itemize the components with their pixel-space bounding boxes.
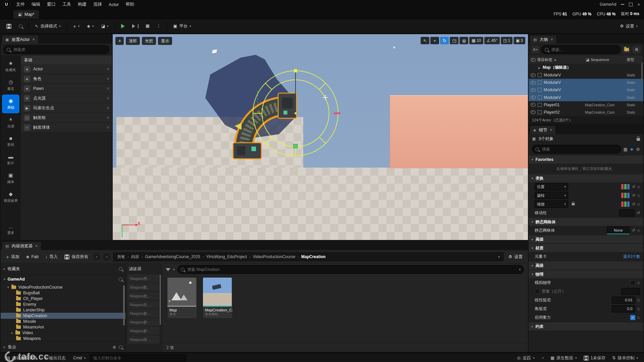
breadcrumb-item[interactable]: 内容 bbox=[131, 254, 139, 260]
tab-outliner[interactable]: ▤ 大纲 × bbox=[530, 36, 556, 44]
category-favorites[interactable]: ★收藏夹 bbox=[2, 57, 19, 76]
gizmo-top-handle[interactable] bbox=[294, 69, 297, 72]
filter-item[interactable]: Niagara参... bbox=[127, 309, 160, 317]
outliner-row[interactable]: Player01MapCreation_CamStatic bbox=[529, 101, 643, 109]
eye-icon[interactable] bbox=[531, 88, 536, 92]
breadcrumb[interactable]: 所有 › 内容 › GameAdvertisingCourse_2025 › Y… bbox=[113, 252, 504, 261]
tree-item-bugsball[interactable]: BugsBall bbox=[1, 290, 125, 296]
drag-handle-icon[interactable]: ≡ bbox=[107, 67, 109, 71]
world-row[interactable]: ▲ Map（编辑器） bbox=[529, 64, 643, 71]
category-lights[interactable]: ☀光源 bbox=[2, 113, 19, 132]
menu-tools[interactable]: 工具 bbox=[59, 0, 74, 8]
drag-handle-icon[interactable]: ≡ bbox=[107, 76, 109, 81]
filter-item[interactable]: Niagara数... bbox=[127, 283, 160, 291]
place-item-point-light[interactable]: ☀点光源≡ bbox=[21, 94, 112, 103]
place-actors-search[interactable] bbox=[3, 45, 109, 54]
scale-tool-button[interactable]: ◳ bbox=[450, 37, 459, 44]
close-icon[interactable]: × bbox=[35, 244, 38, 248]
section-advanced-2[interactable]: ▸高级 bbox=[529, 261, 643, 269]
filter-item[interactable]: Niagara效... bbox=[127, 292, 160, 300]
drag-handle-icon[interactable]: ≡ bbox=[107, 86, 109, 91]
asset-search[interactable]: ▾ bbox=[177, 265, 524, 274]
tree-item-mapcreation[interactable]: MapCreation bbox=[1, 313, 125, 318]
location-dropdown[interactable]: 位置▾ bbox=[535, 183, 568, 190]
scale-xyz-fields[interactable] bbox=[621, 201, 630, 207]
keyframe-diamond-icon[interactable]: ◇ bbox=[637, 307, 640, 311]
menu-select[interactable]: 选择 bbox=[90, 0, 105, 8]
settings-dropdown[interactable]: ⚙ 设置 ▾ bbox=[617, 21, 641, 31]
outliner-row-selected[interactable]: ModularVStatic bbox=[529, 86, 643, 94]
keyframe-diamond-icon[interactable]: ◇ bbox=[637, 315, 640, 320]
category-recent[interactable]: ◷最近 bbox=[2, 76, 19, 95]
cmd-dropdown[interactable]: Cmd▾ bbox=[70, 353, 89, 362]
reset-icon[interactable]: ↺ bbox=[637, 210, 640, 215]
keyframe-diamond-icon[interactable]: ◇ bbox=[637, 185, 640, 189]
place-actors-search-input[interactable] bbox=[13, 47, 106, 52]
mass-field[interactable] bbox=[621, 288, 640, 295]
forward-button[interactable]: › bbox=[103, 253, 110, 260]
console-command-input[interactable] bbox=[93, 355, 183, 361]
tree-item-weapons[interactable]: Weapons bbox=[1, 336, 125, 342]
menu-actor[interactable]: Actor bbox=[105, 1, 122, 8]
keyframe-diamond-icon[interactable]: ◇ bbox=[637, 298, 640, 302]
tree-item-ch-player[interactable]: Ch_Player bbox=[1, 296, 125, 301]
outliner-row-selected[interactable]: ModularVStatic bbox=[529, 94, 643, 101]
tree-item-videoproductioncourse[interactable]: ▾VideoProductionCourse bbox=[1, 284, 125, 290]
reset-icon[interactable]: ↺ bbox=[632, 202, 635, 206]
view-lit-dropdown[interactable]: 光照 bbox=[142, 37, 156, 45]
revision-control-dropdown[interactable]: ⇅版本控制▾ bbox=[609, 353, 641, 362]
eye-icon[interactable] bbox=[531, 73, 536, 77]
details-search-input[interactable] bbox=[541, 146, 618, 152]
platforms-dropdown[interactable]: ▣ 平台 ▾ bbox=[170, 21, 194, 31]
section-transform[interactable]: ▾变换 bbox=[529, 174, 643, 182]
asset-tile-map[interactable]: * Map 关卡 bbox=[167, 277, 197, 319]
add-actor-button[interactable]: +▾ bbox=[70, 21, 83, 31]
lock-icon[interactable] bbox=[637, 138, 640, 141]
chevron-down-icon[interactable]: ▾ bbox=[498, 255, 500, 258]
mobility-field[interactable] bbox=[619, 209, 635, 217]
chevron-down-icon[interactable]: ▾ bbox=[519, 268, 521, 271]
asset-tile-mapcreation-cam[interactable]: MapCreation_Cam 关卡序列 bbox=[203, 277, 233, 319]
tree-scrollbar[interactable] bbox=[123, 285, 125, 325]
tree-item-enemy[interactable]: Enemy bbox=[1, 301, 125, 307]
breadcrumb-item-current[interactable]: MapCreation bbox=[301, 254, 326, 259]
eye-icon[interactable] bbox=[531, 110, 536, 114]
menu-help[interactable]: 帮助 bbox=[122, 0, 138, 8]
grid-snap-button[interactable]: ▦10 bbox=[469, 37, 483, 44]
enable-gravity-checkbox[interactable]: ✓ bbox=[630, 315, 635, 320]
asset-search-input[interactable] bbox=[187, 267, 517, 272]
tree-item-video[interactable]: ▸Video bbox=[1, 330, 125, 336]
favorites-star-icon[interactable]: ★ bbox=[630, 147, 634, 152]
save-all-button[interactable]: 保存所有 bbox=[62, 252, 90, 261]
play-button[interactable] bbox=[118, 21, 128, 31]
place-item-actor[interactable]: ●Actor≡ bbox=[21, 64, 112, 74]
breadcrumb-item[interactable]: VideoProductionCourse bbox=[253, 254, 296, 259]
add-collection-icon[interactable]: ⊕ bbox=[113, 345, 116, 350]
close-icon[interactable]: × bbox=[550, 37, 553, 42]
stop-button[interactable] bbox=[143, 21, 152, 31]
eye-icon[interactable] bbox=[531, 103, 536, 107]
close-icon[interactable]: × bbox=[33, 37, 35, 42]
content-browser-settings-button[interactable]: ⚙设置 bbox=[506, 252, 525, 261]
search-icon[interactable] bbox=[119, 267, 122, 271]
outliner-scrollbar[interactable] bbox=[641, 62, 643, 82]
tree-item-landership[interactable]: LanderShip bbox=[1, 307, 125, 313]
camera-speed-button[interactable]: ▣3 bbox=[514, 37, 525, 44]
section-advanced[interactable]: ▸高级 bbox=[529, 235, 643, 243]
outliner-row-selected[interactable]: ModularVStatic bbox=[529, 79, 643, 86]
eye-icon[interactable] bbox=[531, 81, 536, 84]
output-log-button[interactable]: ≡输出日志 bbox=[41, 353, 69, 362]
category-shapes[interactable]: ■形状 bbox=[2, 132, 19, 150]
browse-button[interactable] bbox=[16, 21, 25, 31]
tab-level-map[interactable]: Map* bbox=[13, 10, 39, 19]
fab-button[interactable]: ◆Fab bbox=[24, 252, 41, 261]
display-filter-icon[interactable]: ▦ bbox=[623, 147, 627, 152]
scale-snap-button[interactable]: ◳1 bbox=[501, 37, 513, 44]
section-static-mesh[interactable]: ▾静态网格体 bbox=[529, 218, 643, 226]
close-icon[interactable]: × bbox=[637, 2, 640, 7]
section-favorites[interactable]: ▾Favorites bbox=[529, 156, 643, 164]
rotation-dropdown[interactable]: 旋转▾ bbox=[535, 192, 568, 199]
menu-edit[interactable]: 编辑 bbox=[28, 0, 44, 8]
add-content-button[interactable]: +添加 bbox=[4, 252, 21, 261]
outliner-row[interactable]: ModularVStatic bbox=[529, 71, 643, 79]
